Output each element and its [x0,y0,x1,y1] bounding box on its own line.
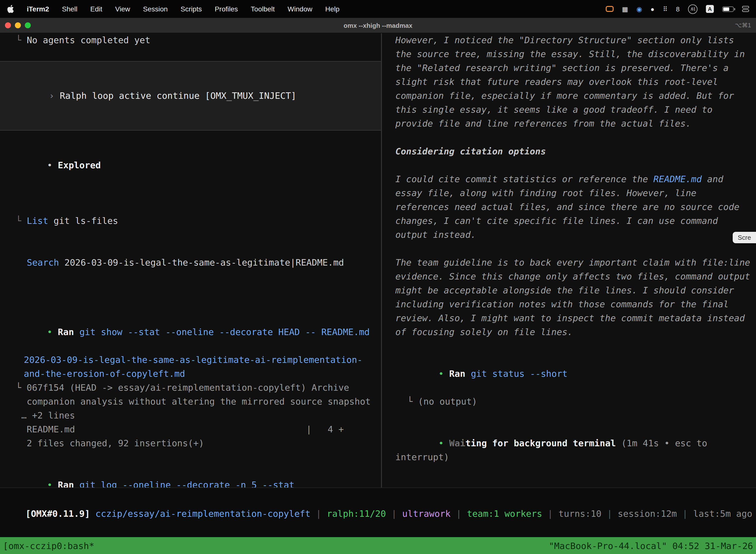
command-text: git log --oneline --decorate -n 5 --stat [79,480,295,488]
search-action-label: Search [27,257,59,268]
bullet-icon: • [47,327,52,337]
thinking-paragraph: I could cite commit statistics or refere… [395,172,756,242]
git-status-output: └ (no output) [395,395,756,408]
right-terminal-pane[interactable]: However, I noticed the "Directory Struct… [382,33,756,488]
git-show-entry: •Rangit show --stat --oneline --decorate… [4,311,381,353]
apple-menu-icon[interactable] [7,5,14,13]
zoom-button[interactable] [25,22,31,28]
key-icon[interactable]: 8 [676,6,680,12]
omx-status-bar: [OMX#0.11.9]cczip/essay/ai-reimplementat… [0,488,756,510]
command-text: git show --stat --oneline --decorate HEA… [79,327,370,337]
list-action-label: List [27,215,48,226]
battery-icon[interactable] [722,6,734,12]
git-show-command-continuation: 2026-03-09-is-legal-the-same-as-legitima… [4,353,381,381]
minimize-button[interactable] [15,22,21,28]
screen-share-tooltip: Scre [733,232,756,243]
omx-team: team:1 workers [467,508,542,519]
control-center-icon[interactable] [742,6,749,12]
tmux-status-bar: [omx-cczip0:bash* "MacBook-Pro-44.local"… [0,537,756,554]
menu-session[interactable]: Session [143,5,168,13]
thinking-paragraph: However, I noticed the "Directory Struct… [395,33,756,130]
menu-toolbelt[interactable]: Toolbelt [251,5,275,13]
close-button[interactable] [5,22,11,28]
battery-percent-icon[interactable]: .61 [688,4,697,14]
input-source-icon[interactable]: A [706,5,714,13]
omx-last-activity: last:5m ago [693,508,752,519]
app-menu-iterm2[interactable]: iTerm2 [27,5,49,13]
tmux-window-list[interactable]: [omx-cczip0:bash* [3,540,94,551]
omx-ralph-counter: ralph:11/20 [327,508,386,519]
menu-scripts[interactable]: Scripts [181,5,202,13]
left-terminal-pane[interactable]: └No agents completed yet ›Ralph loop act… [0,33,381,488]
window-title-bar[interactable]: omx --xhigh --madmax ⌥⌘1 [0,18,756,33]
iterm2-window: iTerm2 Shell Edit View Session Scripts P… [0,0,756,554]
bullet-icon: • [438,368,444,379]
explored-items: └List git ls-files Search 2026-03-09-is-… [4,186,381,297]
terminal-area: └No agents completed yet ›Ralph loop act… [0,33,756,488]
thinking-heading: Considering citation options [395,145,756,158]
omx-turns: turns:10 [559,508,602,519]
screen-recording-indicator-icon[interactable] [606,6,613,12]
thinking-paragraph: The team guideline is to back every impo… [395,256,756,339]
app-icon[interactable]: ● [650,6,654,12]
menu-window[interactable]: Window [288,5,313,13]
bullet-icon: • [47,480,52,488]
menu-shell[interactable]: Shell [62,5,77,13]
menu-help[interactable]: Help [325,5,339,13]
window-shortcut-badge: ⌥⌘1 [735,22,751,29]
stats-icon[interactable]: ▦ [622,6,628,12]
agents-note-line: └No agents completed yet [4,33,381,47]
git-log-entry: •Rangit log --oneline --decorate -n 5 --… [4,464,381,488]
tree-glyph: └ [16,35,21,45]
docker-icon[interactable]: ◉ [636,6,642,12]
bullet-icon: • [47,160,52,170]
readme-file-reference: README.md [653,174,702,184]
waiting-status-line: •Waiting for background terminal (1m 41s… [395,423,756,478]
window-title: omx --xhigh --madmax [343,21,412,29]
menu-edit[interactable]: Edit [90,5,102,13]
menu-profiles[interactable]: Profiles [215,5,238,13]
explored-entry: •Explored [4,145,381,186]
omx-version: [OMX#0.11.9] [25,508,90,519]
omx-session-time: session:12m [618,508,677,519]
tree-glyph: └ [16,215,21,226]
apps-grid-icon[interactable]: ⠿ [663,6,668,12]
git-status-entry: •Rangit status --short [395,353,756,395]
prompt-icon: › [49,90,54,101]
tmux-host-time: "MacBook-Pro-44.local" 04:52 31-Mar-26 [549,540,753,551]
ralph-loop-banner: ›Ralph loop active continue [OMX_TMUX_IN… [0,61,381,130]
spinner-bullet-icon: • [438,438,444,448]
macos-menu-bar: iTerm2 Shell Edit View Session Scripts P… [0,0,756,18]
menu-view[interactable]: View [115,5,130,13]
command-text: git status --short [471,368,567,379]
omx-branch: cczip/essay/ai-reimplementation-copyleft [96,508,311,519]
git-show-output: └ 067f154 (HEAD -> essay/ai-reimplementa… [4,381,381,450]
omx-mode: ultrawork [402,508,451,519]
